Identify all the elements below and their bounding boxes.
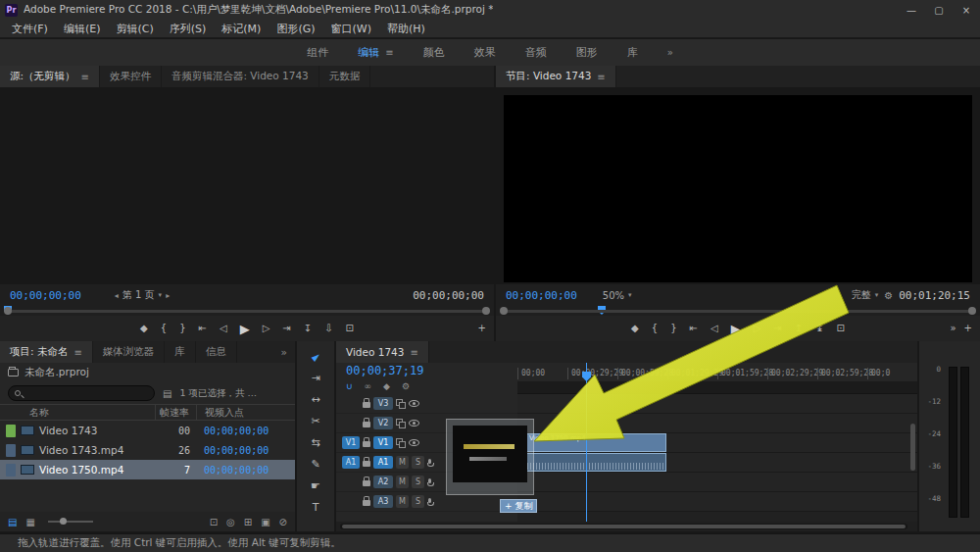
workspace-tab-libraries[interactable]: 库 — [627, 45, 638, 60]
source-zoom-track[interactable] — [8, 310, 486, 313]
menu-sequence[interactable]: 序列(S) — [162, 22, 215, 36]
timeline-settings-icon[interactable]: ⚙ — [402, 381, 410, 391]
insert-icon[interactable]: ↧ — [304, 324, 312, 333]
mark-out-icon[interactable]: } — [179, 324, 185, 333]
search-box[interactable] — [8, 385, 155, 401]
thumbnail-zoom-slider[interactable] — [48, 521, 93, 523]
workspace-tab-editing[interactable]: 编辑 ≡ — [358, 45, 393, 60]
track-output-eye-icon[interactable] — [409, 400, 419, 407]
track-lane-v3[interactable] — [517, 394, 917, 414]
source-patch-v3[interactable] — [342, 397, 360, 410]
step-back-icon[interactable]: ◁ — [710, 324, 718, 333]
overwrite-icon[interactable]: ⇩ — [324, 324, 332, 333]
automate-to-sequence-icon[interactable]: ⊡ — [210, 517, 218, 527]
video-clip-video-1750[interactable]: fx Video 1750.mp4 — [517, 433, 666, 452]
find-icon[interactable]: ◎ — [226, 517, 235, 527]
mute-button[interactable]: M — [396, 495, 409, 508]
program-zoom-track[interactable] — [504, 310, 972, 313]
step-forward-icon[interactable]: ▷ — [263, 324, 270, 333]
mark-out-icon[interactable]: } — [670, 324, 676, 333]
timeline-current-timecode[interactable]: 00;00;37;19 — [346, 364, 423, 377]
new-bin-icon[interactable]: ⊞ — [244, 517, 252, 527]
source-page-selector[interactable]: ◂ 第 1 页 ▾ ▸ — [115, 288, 170, 302]
snap-icon[interactable]: ∪ — [346, 381, 353, 391]
menu-file[interactable]: 文件(F) — [4, 22, 56, 36]
tab-source[interactable]: 源:（无剪辑） ≡ — [0, 66, 100, 87]
track-target-a1[interactable]: A1 — [373, 456, 393, 469]
audio-clip-video-1750[interactable]: fx — [517, 453, 666, 472]
mute-button[interactable]: M — [396, 476, 409, 488]
add-marker-icon[interactable]: ◆ — [631, 324, 639, 333]
play-icon[interactable]: ▶ — [731, 323, 741, 335]
panel-menu-icon[interactable]: ≡ — [74, 347, 81, 358]
solo-button[interactable]: S — [412, 456, 424, 469]
track-target-v3[interactable]: V3 — [373, 397, 393, 410]
program-scrub-bar[interactable] — [496, 306, 980, 316]
panel-menu-icon[interactable]: ≡ — [597, 72, 605, 82]
program-zoom-handle-right[interactable] — [968, 307, 976, 315]
workspace-menu-icon[interactable]: ≡ — [385, 47, 393, 58]
program-zoom-handle-left[interactable] — [500, 307, 508, 315]
timeline-vertical-scrollbar[interactable] — [910, 424, 915, 471]
minimize-button[interactable]: — — [898, 0, 925, 20]
program-zoom-select[interactable]: 50% ▾ — [603, 290, 632, 301]
workspace-overflow-icon[interactable]: » — [667, 47, 673, 58]
project-row-video-1750-mp4-selected[interactable]: Video 1750.mp4 7 00;00;00;00 — [0, 460, 295, 479]
workspace-tab-assembly[interactable]: 组件 — [307, 45, 328, 60]
sync-lock-icon[interactable] — [396, 438, 406, 448]
add-marker-icon[interactable]: ◆ — [383, 381, 390, 391]
track-lock-icon[interactable] — [363, 422, 370, 427]
column-video-in[interactable]: 视频入点 — [196, 405, 295, 420]
page-next-icon[interactable]: ▸ — [166, 291, 170, 300]
close-button[interactable]: × — [953, 0, 980, 20]
pen-tool[interactable]: ✎ — [305, 457, 326, 471]
zoom-slider-knob[interactable] — [60, 518, 67, 525]
sync-lock-icon[interactable] — [396, 419, 406, 428]
scrollbar-thumb[interactable] — [342, 525, 906, 528]
track-lane-v2[interactable] — [517, 414, 917, 433]
program-settings-icon[interactable]: ⚙ — [884, 290, 893, 301]
column-frame-rate[interactable]: 帧速率 — [155, 405, 196, 420]
ripple-edit-tool[interactable]: ↔ — [305, 392, 326, 406]
source-patch-a3[interactable] — [342, 495, 360, 508]
list-view-icon[interactable]: ▤ — [8, 517, 17, 527]
mute-button[interactable]: M — [396, 456, 409, 469]
project-row-video-1743-mp4[interactable]: Video 1743.mp4 26 00;00;00;00 — [0, 440, 295, 460]
linked-selection-icon[interactable]: ∞ — [365, 381, 372, 391]
track-target-a2[interactable]: A2 — [373, 476, 393, 488]
workspace-tab-effects[interactable]: 效果 — [474, 45, 496, 60]
page-prev-icon[interactable]: ◂ — [115, 291, 119, 300]
timeline-playhead-line[interactable] — [586, 363, 587, 522]
tab-audio-clip-mixer[interactable]: 音频剪辑混合器: Video 1743 — [162, 66, 319, 87]
menu-help[interactable]: 帮助(H) — [379, 22, 433, 36]
column-name[interactable]: 名称 — [0, 406, 155, 420]
extract-icon[interactable]: ↨ — [815, 324, 823, 333]
menu-edit[interactable]: 编辑(E) — [56, 22, 109, 36]
track-lock-icon[interactable] — [363, 441, 370, 447]
more-buttons-icon[interactable]: » — [950, 324, 956, 333]
track-target-v1[interactable]: V1 — [373, 436, 393, 449]
tab-libraries[interactable]: 库 — [165, 341, 196, 363]
add-marker-icon[interactable]: ◆ — [140, 324, 148, 333]
mark-in-icon[interactable]: { — [161, 324, 167, 333]
track-output-eye-icon[interactable] — [409, 439, 419, 446]
program-quality-select[interactable]: 完整 ▾ — [852, 288, 879, 302]
track-output-eye-icon[interactable] — [409, 420, 419, 427]
tab-info[interactable]: 信息 — [196, 341, 237, 363]
play-icon[interactable]: ▶ — [240, 323, 250, 335]
clear-trash-icon[interactable]: ⊘ — [279, 517, 287, 527]
tab-metadata[interactable]: 元数据 — [319, 66, 371, 87]
sync-lock-icon[interactable] — [396, 399, 406, 409]
menu-markers[interactable]: 标记(M) — [214, 22, 269, 36]
slip-tool[interactable]: ⇆ — [305, 435, 326, 449]
new-item-icon[interactable]: ▣ — [261, 517, 270, 527]
tab-program[interactable]: 节目: Video 1743 ≡ — [496, 66, 616, 87]
type-tool[interactable]: T — [305, 500, 326, 514]
button-editor-icon[interactable]: + — [964, 324, 972, 333]
go-to-out-icon[interactable]: ⇥ — [773, 324, 781, 333]
track-lock-icon[interactable] — [363, 500, 370, 506]
source-current-timecode[interactable]: 00;00;00;00 — [10, 289, 81, 302]
maximize-button[interactable]: ▢ — [925, 0, 953, 20]
timeline-horizontal-scrollbar[interactable] — [340, 524, 907, 529]
track-lane-a3[interactable] — [517, 492, 917, 512]
